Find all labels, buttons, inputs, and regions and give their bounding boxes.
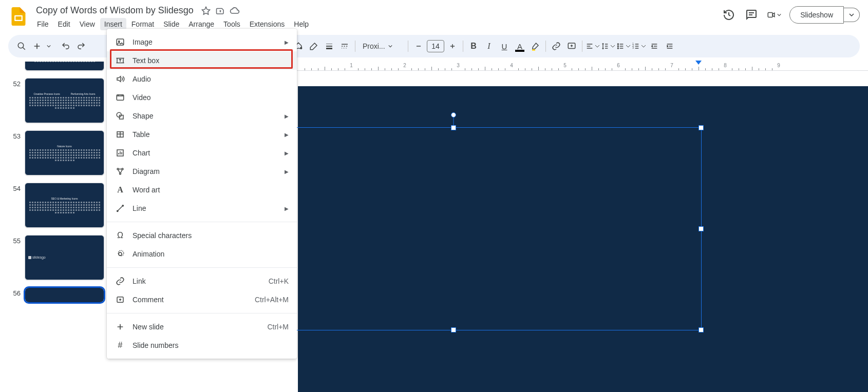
handle-ne[interactable] bbox=[699, 125, 704, 130]
font-family-select[interactable]: Proxi... bbox=[358, 42, 405, 50]
font-size-increase[interactable] bbox=[445, 39, 460, 53]
menu-audio[interactable]: Audio bbox=[107, 70, 297, 88]
history-icon[interactable] bbox=[722, 8, 736, 22]
star-icon[interactable] bbox=[201, 6, 211, 16]
title-area: Copy of Words of Wisdom by Slidesgo File… bbox=[33, 4, 722, 30]
menu-text-box[interactable]: Text box bbox=[107, 51, 297, 70]
menu-word-art-label: Word art bbox=[133, 186, 289, 194]
new-slide-dd[interactable] bbox=[45, 39, 52, 53]
video-icon bbox=[115, 92, 125, 103]
menu-edit[interactable]: Edit bbox=[54, 18, 74, 30]
move-icon[interactable] bbox=[215, 6, 225, 16]
menu-line-label: Line bbox=[133, 204, 277, 212]
slides-logo[interactable] bbox=[8, 6, 29, 27]
svg-rect-1 bbox=[15, 16, 21, 20]
menu-file[interactable]: File bbox=[33, 18, 53, 30]
menu-special-chars[interactable]: Ω Special characters bbox=[107, 226, 297, 245]
header-right: Slideshow bbox=[722, 6, 860, 24]
slideshow-button[interactable]: Slideshow bbox=[789, 6, 844, 24]
border-dash-button[interactable] bbox=[337, 39, 352, 53]
font-name-label: Proxi... bbox=[363, 42, 385, 50]
menu-shape[interactable]: Shape ▶ bbox=[107, 107, 297, 125]
slide-thumbnail[interactable] bbox=[25, 62, 104, 71]
handle-se[interactable] bbox=[699, 327, 704, 332]
svg-point-22 bbox=[117, 168, 119, 170]
slideshow-dropdown[interactable] bbox=[844, 8, 860, 22]
new-slide-button[interactable] bbox=[30, 39, 44, 53]
menu-word-art[interactable]: A Word art bbox=[107, 181, 297, 199]
underline-button[interactable]: U bbox=[497, 39, 512, 53]
text-box-icon bbox=[115, 55, 125, 66]
shape-icon bbox=[115, 111, 125, 121]
highlight-button[interactable] bbox=[528, 39, 542, 53]
search-button[interactable] bbox=[14, 39, 29, 53]
menu-separator bbox=[107, 222, 297, 222]
slide-thumbnail[interactable] bbox=[25, 287, 104, 303]
menu-new-slide[interactable]: New slide Ctrl+M bbox=[107, 318, 297, 336]
bulleted-list-button[interactable] bbox=[616, 39, 631, 53]
table-icon bbox=[115, 129, 125, 140]
border-weight-button[interactable] bbox=[322, 39, 336, 53]
rotate-handle[interactable] bbox=[451, 112, 456, 117]
svg-point-8 bbox=[617, 44, 618, 45]
menu-video[interactable]: Video bbox=[107, 88, 297, 107]
hash-icon: # bbox=[115, 340, 125, 350]
slide-canvas[interactable] bbox=[298, 86, 868, 392]
insert-link-button[interactable] bbox=[549, 39, 563, 53]
handle-n[interactable] bbox=[451, 125, 456, 130]
menu-chart[interactable]: Chart ▶ bbox=[107, 144, 297, 162]
menu-slide-numbers[interactable]: # Slide numbers bbox=[107, 336, 297, 355]
svg-point-25 bbox=[117, 210, 118, 211]
border-color-button[interactable] bbox=[307, 39, 321, 53]
menu-comment-label: Comment bbox=[133, 296, 248, 304]
text-color-button[interactable]: A bbox=[513, 39, 527, 53]
slide-thumbnail[interactable]: Creative Process IconsPerforming Arts Ic… bbox=[25, 78, 104, 123]
comments-icon[interactable] bbox=[744, 8, 759, 22]
submenu-arrow-icon: ▶ bbox=[285, 132, 289, 138]
menu-comment[interactable]: Comment Ctrl+Alt+M bbox=[107, 290, 297, 309]
menu-view[interactable]: View bbox=[76, 18, 99, 30]
font-size-decrease[interactable] bbox=[411, 39, 426, 53]
slide-thumbnail[interactable]: slidesgo bbox=[25, 235, 104, 280]
italic-button[interactable]: I bbox=[482, 39, 496, 53]
svg-rect-4 bbox=[768, 13, 772, 17]
redo-button[interactable] bbox=[74, 39, 88, 53]
ruler-indent-marker[interactable] bbox=[695, 61, 702, 65]
align-button[interactable] bbox=[586, 39, 600, 53]
slide-panel[interactable]: 52Creative Process IconsPerforming Arts … bbox=[0, 62, 113, 392]
handle-e[interactable] bbox=[699, 226, 704, 231]
indent-increase-button[interactable] bbox=[663, 39, 677, 53]
audio-icon bbox=[115, 74, 125, 84]
cloud-icon[interactable] bbox=[230, 6, 240, 16]
diagram-icon bbox=[115, 166, 125, 177]
font-size-input[interactable]: 14 bbox=[427, 40, 444, 52]
bold-button[interactable]: B bbox=[466, 39, 481, 53]
menu-diagram-label: Diagram bbox=[133, 167, 277, 175]
undo-button[interactable] bbox=[59, 39, 73, 53]
submenu-arrow-icon: ▶ bbox=[285, 113, 289, 119]
menu-link-shortcut: Ctrl+K bbox=[269, 277, 289, 285]
svg-point-10 bbox=[617, 48, 618, 49]
meet-icon[interactable] bbox=[767, 8, 781, 22]
menu-line[interactable]: Line ▶ bbox=[107, 199, 297, 218]
menu-link-label: Link bbox=[133, 277, 261, 285]
separator bbox=[545, 41, 546, 52]
slide-thumbnail[interactable]: Nature Icons bbox=[25, 130, 104, 175]
slide-thumbnail[interactable]: SEO & Marketing Icons bbox=[25, 183, 104, 228]
handle-s[interactable] bbox=[451, 327, 456, 332]
insert-comment-button[interactable] bbox=[564, 39, 579, 53]
menu-link[interactable]: Link Ctrl+K bbox=[107, 272, 297, 290]
indent-decrease-button[interactable] bbox=[647, 39, 662, 53]
document-title[interactable]: Copy of Words of Wisdom by Slidesgo bbox=[33, 4, 197, 17]
menu-chart-label: Chart bbox=[133, 149, 277, 157]
menu-animation[interactable]: Animation bbox=[107, 245, 297, 263]
menu-separator bbox=[107, 313, 297, 313]
menu-video-label: Video bbox=[133, 93, 289, 102]
line-spacing-button[interactable] bbox=[601, 39, 615, 53]
menu-comment-shortcut: Ctrl+Alt+M bbox=[255, 296, 289, 304]
menu-diagram[interactable]: Diagram ▶ bbox=[107, 162, 297, 181]
numbered-list-button[interactable]: 123 bbox=[632, 39, 646, 53]
menu-image[interactable]: Image ▶ bbox=[107, 33, 297, 51]
menu-table[interactable]: Table ▶ bbox=[107, 125, 297, 144]
svg-point-9 bbox=[617, 46, 618, 47]
